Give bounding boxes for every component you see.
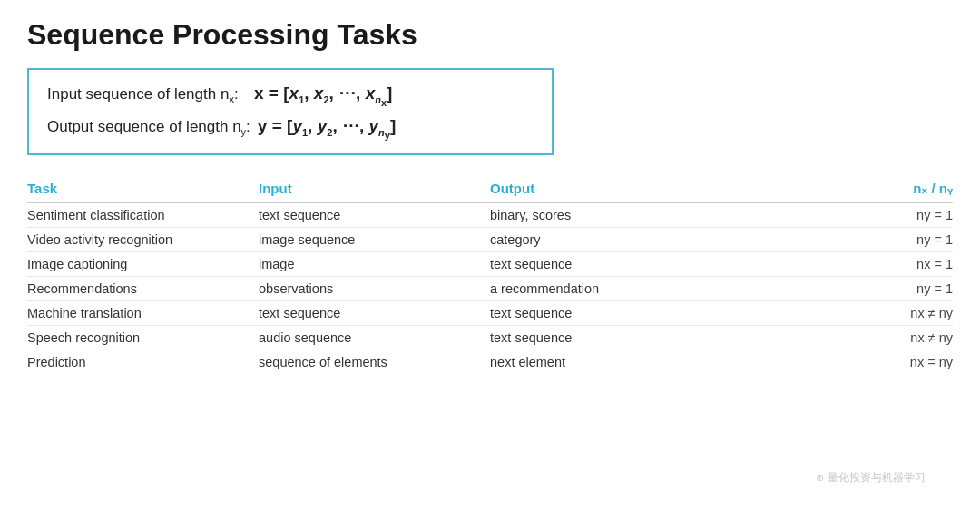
cell-nx-ny: ny = 1: [785, 276, 953, 300]
table-row: Image captioning image text sequence nx …: [27, 251, 953, 276]
cell-output: binary, scores: [490, 202, 785, 227]
cell-input: image: [259, 251, 490, 276]
cell-input: observations: [259, 276, 490, 300]
table-row: Machine translation text sequence text s…: [27, 300, 953, 325]
tasks-table: Task Input Output nₓ / nᵧ Sentiment clas…: [27, 175, 953, 374]
cell-task: Image captioning: [27, 251, 259, 276]
formula-line-1: Input sequence of length nx: x = [x1, x2…: [47, 83, 534, 108]
cell-nx-ny: ny = 1: [785, 227, 953, 251]
cell-task: Prediction: [27, 350, 259, 374]
cell-nx-ny: ny = 1: [785, 202, 953, 227]
cell-output: category: [490, 227, 785, 251]
cell-output: text sequence: [490, 300, 785, 325]
cell-input: image sequence: [259, 227, 490, 251]
cell-nx-ny: nx ≠ ny: [785, 300, 953, 325]
cell-nx-ny: nx = 1: [785, 251, 953, 276]
cell-output: next element: [490, 350, 785, 374]
formula-line-2: Output sequence of length ny: y = [y1, y…: [47, 115, 534, 141]
cell-output: a recommendation: [490, 276, 785, 300]
formula-output-label: Output sequence of length ny:: [47, 118, 250, 137]
table-row: Recommendations observations a recommend…: [27, 276, 953, 300]
col-header-output: Output: [490, 175, 785, 203]
cell-nx-ny: nx ≠ ny: [785, 325, 953, 350]
col-header-task: Task: [27, 175, 259, 203]
table-row: Video activity recognition image sequenc…: [27, 227, 953, 251]
formula-input-label: Input sequence of length nx:: [47, 85, 247, 104]
cell-nx-ny: nx = ny: [785, 350, 953, 374]
page-title: Sequence Processing Tasks: [27, 18, 953, 52]
cell-input: text sequence: [259, 300, 490, 325]
cell-task: Video activity recognition: [27, 227, 259, 251]
col-header-input: Input: [259, 175, 490, 203]
formula-input-math: x = [x1, x2, ⋯, xnx]: [254, 83, 392, 108]
cell-task: Machine translation: [27, 300, 259, 325]
watermark: ⊕ 量化投资与机器学习: [816, 470, 926, 486]
cell-task: Sentiment classification: [27, 202, 259, 227]
cell-task: Recommendations: [27, 276, 259, 300]
formula-box: Input sequence of length nx: x = [x1, x2…: [27, 68, 554, 155]
table-body: Sentiment classification text sequence b…: [27, 202, 953, 374]
cell-input: sequence of elements: [259, 350, 490, 374]
cell-input: audio sequence: [259, 325, 490, 350]
table-row: Sentiment classification text sequence b…: [27, 202, 953, 227]
table-row: Prediction sequence of elements next ele…: [27, 350, 953, 374]
cell-task: Speech recognition: [27, 325, 259, 350]
table-row: Speech recognition audio sequence text s…: [27, 325, 953, 350]
formula-output-math: y = [y1, y2, ⋯, yny]: [258, 115, 396, 141]
cell-input: text sequence: [259, 202, 490, 227]
table-header: Task Input Output nₓ / nᵧ: [27, 175, 953, 203]
col-header-nx-ny: nₓ / nᵧ: [785, 175, 953, 203]
cell-output: text sequence: [490, 251, 785, 276]
cell-output: text sequence: [490, 325, 785, 350]
